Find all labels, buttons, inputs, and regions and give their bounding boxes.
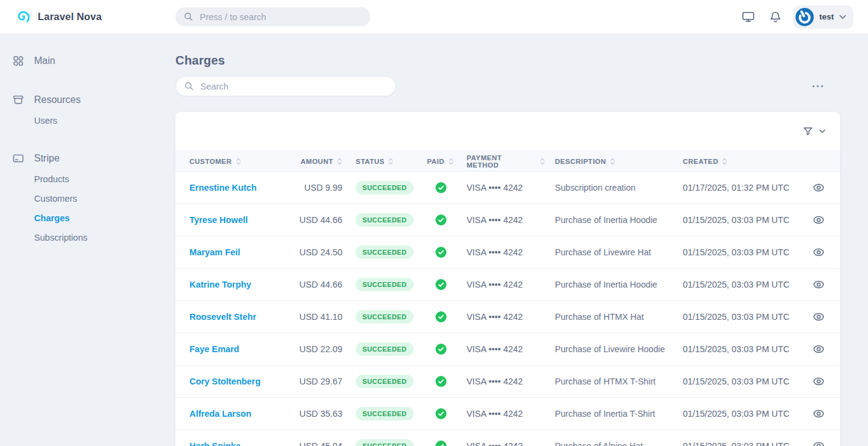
sidebar-link-charges[interactable]: Charges [34,213,69,223]
table-row[interactable]: Ernestine KutchUSD 9.99SUCCEEDEDVISA •••… [175,172,840,204]
grid-icon [12,55,24,67]
actions-cell [797,430,840,446]
customer-link[interactable]: Herb Spinka [189,441,241,446]
resource-search[interactable] [175,76,396,96]
amount-cell: USD 9.99 [279,172,351,204]
eye-icon [813,214,825,226]
sort-icon[interactable] [540,157,545,166]
column-label: Amount [301,158,333,165]
payment-method-cell: VISA •••• 4242 [462,172,550,204]
theme-toggle-button[interactable] [739,7,758,26]
customer-link[interactable]: Tyrese Howell [189,215,248,225]
table-row[interactable]: Cory StoltenbergUSD 29.67SUCCEEDEDVISA •… [175,366,840,398]
sort-icon[interactable] [388,157,393,166]
sidebar-link-customers[interactable]: Customers [34,194,77,204]
customer-link[interactable]: Ernestine Kutch [189,183,256,193]
table-row[interactable]: Maryam FeilUSD 24.50SUCCEEDEDVISA •••• 4… [175,236,840,269]
search-icon [183,12,194,22]
sort-icon[interactable] [236,157,241,166]
sidebar-section-toggle-resources[interactable]: Resources [12,89,80,111]
user-name: test [819,12,834,21]
sidebar-link-subscriptions[interactable]: Subscriptions [34,233,88,242]
global-search[interactable] [175,7,370,26]
customer-cell: Maryam Feil [175,236,279,269]
view-button[interactable] [811,277,827,292]
resource-search-input[interactable] [200,82,387,91]
customer-link[interactable]: Katrine Torphy [189,280,251,289]
column-header-inner: Amount [301,157,342,166]
view-button[interactable] [811,244,827,260]
column-header-inner: Created [683,157,727,166]
actions-menu-button[interactable] [811,82,825,91]
view-button[interactable] [811,341,827,357]
eye-icon [813,278,825,291]
status-badge: SUCCEEDED [356,407,414,420]
paid-cell [422,236,462,269]
sidebar-section-toggle-main[interactable]: Main [12,50,55,72]
description-cell: Purchase of Inertia Hoodie [550,269,678,301]
description-cell: Purchase of Inertia T-Shirt [550,398,678,430]
customer-link[interactable]: Maryam Feil [189,247,240,257]
monitor-icon [741,10,755,24]
column-header-amount[interactable]: Amount [279,151,351,172]
view-button[interactable] [811,180,827,196]
column-label: Paid [427,158,445,165]
amount-cell: USD 44.66 [279,204,351,236]
column-label: Status [356,158,384,165]
sort-icon[interactable] [722,157,727,166]
sidebar-section-stripe: StripeProductsCustomersChargesSubscripti… [12,147,175,247]
table-row[interactable]: Roosevelt StehrUSD 41.10SUCCEEDEDVISA ••… [175,301,840,333]
global-search-input[interactable] [200,12,362,22]
status-badge: SUCCEEDED [356,181,414,194]
status-cell: SUCCEEDED [351,398,422,430]
notifications-button[interactable] [766,8,785,26]
view-button[interactable] [811,309,827,325]
table-row[interactable]: Alfreda LarsonUSD 35.63SUCCEEDEDVISA •••… [175,398,840,430]
sort-icon[interactable] [610,157,615,166]
customer-cell: Tyrese Howell [175,204,279,236]
sidebar-item-products: Products [12,169,175,189]
view-button[interactable] [811,406,827,422]
sidebar-section-main: Main [12,50,175,72]
sidebar-link-users[interactable]: Users [34,116,57,126]
paid-cell [422,204,462,236]
actions-cell [797,236,840,269]
status-cell: SUCCEEDED [351,172,422,204]
column-header-created[interactable]: Created [678,151,797,172]
amount-cell: USD 41.10 [279,301,351,333]
charges-table-card: CustomerAmountStatusPaidPayment MethodDe… [175,112,840,446]
view-button[interactable] [811,373,827,389]
column-header-customer[interactable]: Customer [175,151,279,172]
credit-card-icon [12,152,24,165]
created-cell: 01/15/2025, 03:03 PM UTC [678,398,797,430]
amount-cell: USD 22.09 [279,333,351,366]
user-menu[interactable]: test [793,5,853,29]
customer-link[interactable]: Alfreda Larson [189,409,252,419]
sidebar-link-products[interactable]: Products [34,174,69,184]
customer-link[interactable]: Cory Stoltenberg [189,377,261,386]
paid-cell [422,269,462,301]
check-circle-icon [436,344,457,355]
sort-icon[interactable] [337,157,342,166]
column-header-description[interactable]: Description [550,151,678,172]
view-button[interactable] [811,438,827,446]
column-header-status[interactable]: Status [351,151,422,172]
description-cell: Subscription creation [550,172,678,204]
bell-icon [769,10,782,24]
check-circle-icon [436,408,457,419]
filter-button[interactable] [802,126,825,137]
customer-link[interactable]: Faye Emard [189,344,239,354]
customer-cell: Katrine Torphy [175,269,279,301]
table-row[interactable]: Tyrese HowellUSD 44.66SUCCEEDEDVISA ••••… [175,204,840,236]
chevron-down-icon [839,15,846,19]
table-row[interactable]: Herb SpinkaUSD 45.04SUCCEEDEDVISA •••• 4… [175,430,840,446]
customer-cell: Ernestine Kutch [175,172,279,204]
column-header-paid[interactable]: Paid [422,151,462,172]
sort-icon[interactable] [448,157,454,166]
view-button[interactable] [811,212,827,228]
table-row[interactable]: Faye EmardUSD 22.09SUCCEEDEDVISA •••• 42… [175,333,840,366]
sidebar-section-toggle-stripe[interactable]: Stripe [12,147,60,169]
table-row[interactable]: Katrine TorphyUSD 44.66SUCCEEDEDVISA •••… [175,269,840,301]
column-header-payment-method[interactable]: Payment Method [462,151,550,172]
customer-link[interactable]: Roosevelt Stehr [189,312,256,322]
